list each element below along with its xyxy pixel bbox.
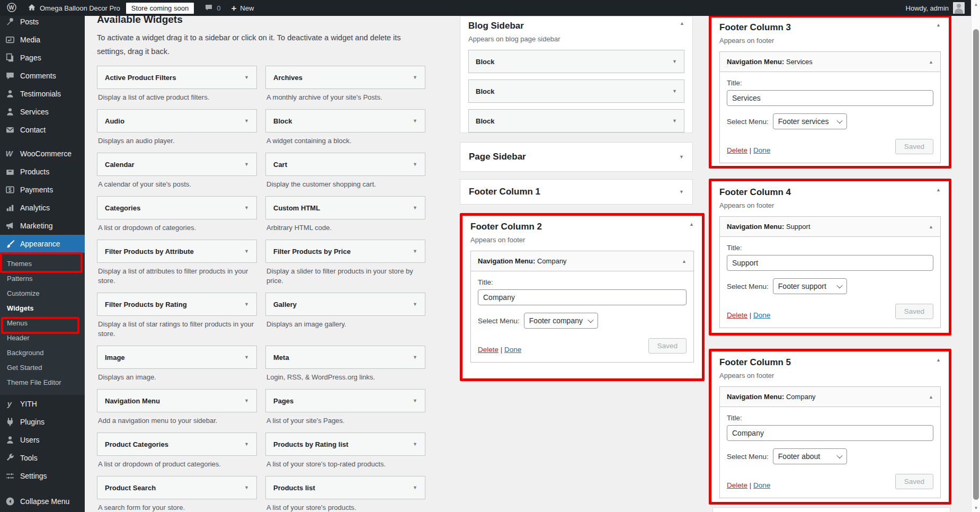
sidebar-item-woocommerce[interactable]: W WooCommerce	[0, 145, 85, 163]
chevron-down-icon[interactable]: ▼	[413, 118, 417, 123]
footer-column-2-header[interactable]: Footer Column 2 ▲	[470, 222, 694, 232]
widget-card-filter-products-by-price[interactable]: Filter Products by Price▼	[265, 240, 425, 263]
submenu-item-patterns[interactable]: Patterns	[0, 271, 85, 286]
chevron-down-icon[interactable]: ▼	[672, 89, 677, 94]
sidebar-item-testimonials[interactable]: Testimonials	[0, 85, 85, 103]
widget-card-product-search[interactable]: Product Search▼	[97, 476, 257, 499]
done-link[interactable]: Done	[753, 481, 770, 489]
chevron-up-icon[interactable]: ▲	[936, 187, 941, 192]
sidebar-item-services[interactable]: Services	[0, 103, 85, 121]
sidebar-item-yith[interactable]: y YITH	[0, 395, 85, 413]
widget-card-calendar[interactable]: Calendar▼	[97, 153, 257, 176]
footer-column-5-header[interactable]: Footer Column 5 ▲	[719, 357, 941, 368]
select-menu-dropdown[interactable]: Footer about	[773, 448, 847, 464]
scroll-down-arrow-icon[interactable]: ▼	[972, 506, 980, 510]
sidebar-item-products[interactable]: Products	[0, 163, 85, 181]
howdy-admin-link[interactable]: Howdy, admin	[906, 4, 949, 12]
widget-card-audio[interactable]: Audio▼	[97, 109, 257, 133]
sidebar-item-tools[interactable]: Tools	[0, 449, 85, 467]
chevron-down-icon[interactable]: ▼	[413, 485, 417, 490]
delete-link[interactable]: Delete	[727, 146, 747, 154]
chevron-down-icon[interactable]: ▼	[679, 154, 684, 160]
widget-card-pages[interactable]: Pages▼	[265, 389, 425, 412]
new-content-menu[interactable]: + New	[226, 0, 259, 16]
select-menu-dropdown[interactable]: Footer services	[773, 113, 847, 129]
chevron-down-icon[interactable]: ▼	[244, 249, 249, 254]
sidebar-item-marketing[interactable]: Marketing	[0, 217, 85, 235]
chevron-down-icon[interactable]: ▼	[244, 355, 249, 360]
footer-column-3-header[interactable]: Footer Column 3 ▲	[719, 22, 941, 33]
done-link[interactable]: Done	[504, 346, 521, 354]
widget-title-input[interactable]	[478, 289, 687, 305]
chevron-down-icon[interactable]: ▼	[244, 162, 249, 167]
chevron-up-icon[interactable]: ▲	[680, 21, 684, 26]
chevron-down-icon[interactable]: ▼	[413, 162, 417, 167]
navigation-menu-widget-header[interactable]: Navigation Menu: Company ▲	[471, 251, 693, 271]
saved-button[interactable]: Saved	[895, 304, 933, 319]
delete-link[interactable]: Delete	[727, 481, 747, 489]
widget-title-input[interactable]	[727, 90, 933, 106]
navigation-menu-widget-header[interactable]: Navigation Menu: Support ▲	[720, 217, 940, 237]
sidebar-item-analytics[interactable]: Analytics	[0, 199, 85, 217]
chevron-down-icon[interactable]: ▼	[244, 75, 249, 80]
sidebar-item-contact[interactable]: Contact	[0, 121, 85, 139]
widget-card-gallery[interactable]: Gallery▼	[265, 293, 425, 316]
done-link[interactable]: Done	[753, 311, 770, 319]
chevron-up-icon[interactable]: ▲	[929, 59, 933, 65]
user-avatar[interactable]	[953, 2, 965, 14]
chevron-down-icon[interactable]: ▼	[244, 205, 249, 210]
sidebar-item-plugins[interactable]: Plugins	[0, 413, 85, 431]
widget-card-categories[interactable]: Categories▼	[97, 196, 257, 219]
widget-card-active-product-filters[interactable]: Active Product Filters▼	[97, 66, 257, 89]
comments-shortcut[interactable]: 0	[199, 0, 226, 16]
scroll-up-arrow-icon[interactable]: ▲	[972, 2, 980, 7]
widget-card-archives[interactable]: Archives▼	[265, 66, 425, 89]
select-menu-dropdown[interactable]: Footer company	[524, 313, 598, 329]
chevron-up-icon[interactable]: ▲	[936, 357, 941, 363]
chevron-down-icon[interactable]: ▼	[244, 118, 249, 123]
select-menu-dropdown[interactable]: Footer support	[773, 278, 847, 294]
widget-card-navigation-menu[interactable]: Navigation Menu▼	[97, 389, 257, 412]
saved-button[interactable]: Saved	[648, 338, 687, 354]
widget-card-products-list[interactable]: Products list▼	[265, 476, 425, 499]
wordpress-logo-menu[interactable]: W	[0, 0, 22, 16]
navigation-menu-widget-header[interactable]: Navigation Menu: Company ▲	[720, 387, 940, 407]
collapse-menu-button[interactable]: Collapse Menu	[0, 492, 85, 510]
chevron-down-icon[interactable]: ▼	[244, 442, 249, 447]
footer-column-4-header[interactable]: Footer Column 4 ▲	[719, 187, 941, 198]
chevron-up-icon[interactable]: ▲	[682, 259, 687, 264]
navigation-menu-widget-header[interactable]: Navigation Menu: Services ▲	[720, 52, 940, 72]
block-widget[interactable]: Block▼	[468, 109, 684, 133]
chevron-up-icon[interactable]: ▲	[936, 22, 941, 28]
widget-card-product-categories[interactable]: Product Categories▼	[97, 432, 257, 456]
site-name-link[interactable]: Omega Balloon Decor Pro Store coming soo…	[22, 0, 199, 16]
sidebar-item-users[interactable]: Users	[0, 431, 85, 449]
widget-card-custom-html[interactable]: Custom HTML▼	[265, 196, 425, 219]
widget-title-input[interactable]	[727, 425, 933, 441]
chevron-down-icon[interactable]: ▼	[244, 485, 249, 490]
chevron-down-icon[interactable]: ▼	[413, 442, 417, 447]
widget-card-cart[interactable]: Cart▼	[265, 153, 425, 176]
submenu-item-menus[interactable]: Menus	[0, 316, 85, 331]
submenu-item-background[interactable]: Background	[0, 346, 85, 360]
block-widget[interactable]: Block▼	[468, 80, 684, 103]
sidebar-item-settings[interactable]: Settings	[0, 467, 85, 485]
widget-card-products-by-rating-list[interactable]: Products by Rating list▼	[265, 432, 425, 456]
scrollbar-thumb[interactable]	[973, 29, 979, 500]
saved-button[interactable]: Saved	[895, 474, 933, 489]
chevron-down-icon[interactable]: ▼	[672, 59, 677, 64]
blog-sidebar-header[interactable]: Blog Sidebar ▲	[468, 21, 684, 31]
chevron-down-icon[interactable]: ▼	[413, 75, 417, 80]
chevron-up-icon[interactable]: ▲	[929, 224, 933, 229]
widget-card-filter-products-by-rating[interactable]: Filter Products by Rating▼	[97, 293, 257, 316]
saved-button[interactable]: Saved	[895, 139, 933, 154]
submenu-item-themes[interactable]: Themes	[0, 257, 85, 271]
chevron-down-icon[interactable]: ▼	[413, 302, 417, 307]
chevron-down-icon[interactable]: ▼	[413, 398, 417, 403]
sidebar-item-pages[interactable]: Pages	[0, 49, 85, 67]
widget-card-block[interactable]: Block▼	[265, 109, 425, 133]
footer-column-1-header[interactable]: Footer Column 1 ▼	[460, 180, 692, 204]
submenu-item-get-started[interactable]: Get Started	[0, 360, 85, 375]
sidebar-item-comments[interactable]: Comments	[0, 67, 85, 85]
chevron-down-icon[interactable]: ▼	[672, 118, 677, 123]
